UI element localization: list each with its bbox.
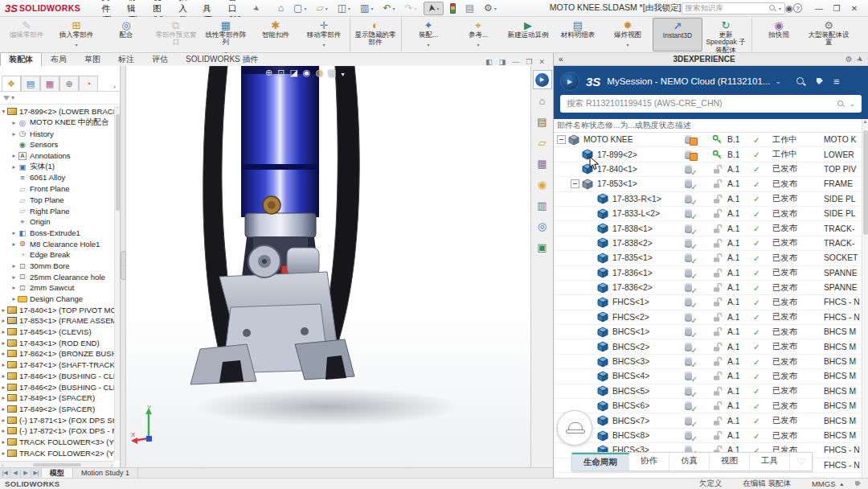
- view-palette-icon[interactable]: [533, 154, 552, 173]
- statusbar-tag-icon[interactable]: [854, 479, 863, 488]
- document-tab[interactable]: 模型: [42, 468, 73, 478]
- splitter-handle[interactable]: ◦: [121, 251, 126, 280]
- table-row[interactable]: BHCS<6> A.1 ✓ 已发布 BHCS M: [554, 399, 868, 413]
- help-icon[interactable]: ?: [793, 3, 802, 13]
- panel-search-icon[interactable]: [796, 76, 806, 87]
- expand-arrow-icon[interactable]: [10, 119, 18, 126]
- expand-arrow-icon[interactable]: [10, 273, 18, 281]
- feature-tree-item[interactable]: (-) 17-871<1> (FOX DPS SH: [0, 414, 114, 425]
- feature-tree-item[interactable]: Front Plane: [0, 183, 114, 195]
- feature-tree-item[interactable]: Annotations: [0, 150, 114, 162]
- table-row[interactable]: BHCS<3> A.1 ✓ 已发布 BHCS M: [554, 355, 868, 369]
- feature-tree-item[interactable]: 17-846<2> (BUSHING - CLE: [0, 381, 114, 392]
- table-row[interactable]: 17-833-R<1> A.1 ✓ 已发布 SIDE PL: [554, 192, 868, 207]
- scene-icon[interactable]: [328, 68, 336, 78]
- dropdown-caret-icon[interactable]: [626, 39, 628, 44]
- forum-icon[interactable]: [533, 216, 552, 236]
- panel-pin-icon[interactable]: ➤: [854, 54, 865, 65]
- feature-tree-item[interactable]: 17-845<1> (CLEVIS): [0, 327, 114, 338]
- feature-tree-item[interactable]: 17-840<1> (TOP PIVOT MO: [0, 304, 114, 315]
- expand-arrow-icon[interactable]: [10, 284, 18, 291]
- table-row[interactable]: BHCS<1> A.1 ✓ 已发布 BHCS M: [554, 325, 868, 339]
- custom-properties-icon[interactable]: [533, 195, 552, 215]
- table-row[interactable]: BHCS<7> A.1 ✓ 已发布 BHCS M: [554, 413, 868, 428]
- feature-tree-item[interactable]: 6061 Alloy: [0, 172, 114, 183]
- dropdown-caret-icon[interactable]: [427, 39, 429, 44]
- table-row[interactable]: 17-833-L<2> A.1 ✓ 已发布 SIDE PL: [554, 207, 868, 221]
- expand-arrow-icon[interactable]: [10, 163, 18, 171]
- expand-arrow-icon[interactable]: [10, 240, 18, 248]
- zoom-area-icon[interactable]: [277, 68, 285, 78]
- expand-arrow-icon[interactable]: [10, 229, 18, 236]
- table-row[interactable]: BHCS<5> A.1 ✓ 已发布 BHCS M: [554, 384, 868, 399]
- appearance-icon[interactable]: [315, 68, 323, 78]
- select-icon[interactable]: [424, 2, 444, 15]
- session-search-caret-icon[interactable]: ⌄: [849, 100, 855, 108]
- footer-tab[interactable]: 视图: [710, 453, 750, 471]
- resources-home-icon[interactable]: [533, 91, 552, 110]
- dropdown-caret-icon[interactable]: [322, 39, 325, 44]
- document-window-control-icon[interactable]: —: [512, 58, 519, 66]
- feature-tree-item[interactable]: Edge Break: [0, 249, 114, 261]
- document-window-control-icon[interactable]: ◨: [499, 58, 506, 66]
- threedexperience-icon[interactable]: [533, 70, 552, 89]
- ribbon-button[interactable]: 移动零部件: [301, 18, 350, 51]
- table-row[interactable]: BHCS<8> A.1 ✓ 已发布 BHCS M: [554, 429, 868, 443]
- expand-arrow-icon[interactable]: [0, 361, 7, 368]
- options-icon[interactable]: [481, 2, 500, 15]
- new-document-icon[interactable]: [290, 2, 309, 15]
- expand-arrow-icon[interactable]: [0, 405, 7, 413]
- feature-tree-item[interactable]: 30mm Bore: [0, 261, 114, 272]
- expand-arrow-icon[interactable]: [0, 108, 7, 115]
- expand-arrow-icon[interactable]: [0, 394, 7, 401]
- expand-arrow-icon[interactable]: [0, 427, 7, 434]
- home-icon[interactable]: [275, 2, 287, 15]
- column-header[interactable]: 部件名称: [557, 120, 589, 131]
- feature-tree-item[interactable]: Sensors: [0, 139, 114, 150]
- expand-arrow-icon[interactable]: [0, 450, 7, 457]
- dropdown-caret-icon[interactable]: [477, 39, 479, 44]
- dimxpert-tab[interactable]: ⊕: [59, 76, 79, 91]
- assistant-helmet-button[interactable]: [557, 410, 592, 446]
- zoom-fit-icon[interactable]: [265, 68, 272, 78]
- ribbon-button[interactable]: 线性零部件阵列: [201, 18, 251, 51]
- column-header[interactable]: 为...: [620, 120, 634, 131]
- table-row[interactable]: 17-899<2> B.1 ✓ 工作中 LOWER: [554, 147, 868, 162]
- tab-nav-icon[interactable]: ◀: [10, 468, 21, 478]
- table-row[interactable]: BHCS<2> A.1 ✓ 已发布 BHCS M: [554, 339, 868, 354]
- feature-tree-item[interactable]: 17-843<1> (ROD END): [0, 337, 114, 348]
- dropdown-caret-icon[interactable]: [75, 39, 77, 44]
- session-search-mag-icon[interactable]: [837, 100, 845, 108]
- feature-tree-item[interactable]: 17-899<2> (LOWER BRACK: [0, 106, 114, 117]
- hamburger-menu-icon[interactable]: ≡: [833, 76, 840, 88]
- graphics-viewport[interactable]: Y X: [126, 66, 530, 467]
- tags-icon[interactable]: [816, 76, 825, 86]
- ribbon-button[interactable]: 配合: [101, 18, 151, 51]
- table-row[interactable]: MOTO KNEE B.1 ✓ 工作中 MOTO K: [554, 133, 868, 147]
- panel-options-gear-icon[interactable]: ⚙: [845, 55, 853, 64]
- units-caret-icon[interactable]: ▴: [840, 481, 843, 487]
- feature-tree-item[interactable]: 25mm Clearance hole: [0, 271, 114, 282]
- feature-tree-item[interactable]: 17-847<1> (SHAFT-TRACK): [0, 360, 114, 371]
- panel-splitter[interactable]: ◦: [121, 66, 126, 467]
- feature-tree-item[interactable]: MOTO KNEE 中的配合: [0, 117, 114, 129]
- tab-nav-icon[interactable]: |◀: [0, 468, 10, 478]
- feature-tree-item[interactable]: TRACK FOLLOWER<3> (YOI: [0, 437, 114, 448]
- ribbon-button[interactable]: 更新 Speedpak 子装配体: [702, 18, 752, 51]
- minimize-button[interactable]: —: [810, 4, 828, 13]
- settings-icon[interactable]: [533, 237, 552, 257]
- feature-tree-item[interactable]: Top Plane: [0, 195, 114, 206]
- panel-scrollbar[interactable]: ▲: [862, 119, 868, 478]
- session-search-input[interactable]: 搜索 R1132101199415 (AWS-CRE_CHN) ⌄: [560, 95, 862, 113]
- dropdown-caret-icon[interactable]: [224, 47, 227, 52]
- feature-tree-item[interactable]: 实体(1): [0, 161, 114, 172]
- ribbon-button[interactable]: 显示隐藏的零部件: [352, 18, 402, 51]
- configurationmanager-tab[interactable]: ▦: [40, 76, 59, 91]
- table-row[interactable]: BHCS<4> A.1 ✓ 已发布 BHCS M: [554, 369, 868, 384]
- expand-arrow-icon[interactable]: [0, 317, 7, 324]
- displaymanager-tab[interactable]: ◔: [79, 76, 98, 91]
- command-tab[interactable]: 评估: [143, 52, 177, 66]
- hide-show-icon[interactable]: [303, 68, 311, 78]
- ribbon-button[interactable]: 装配...: [403, 18, 453, 51]
- column-header[interactable]: 成熟度状态: [635, 120, 675, 131]
